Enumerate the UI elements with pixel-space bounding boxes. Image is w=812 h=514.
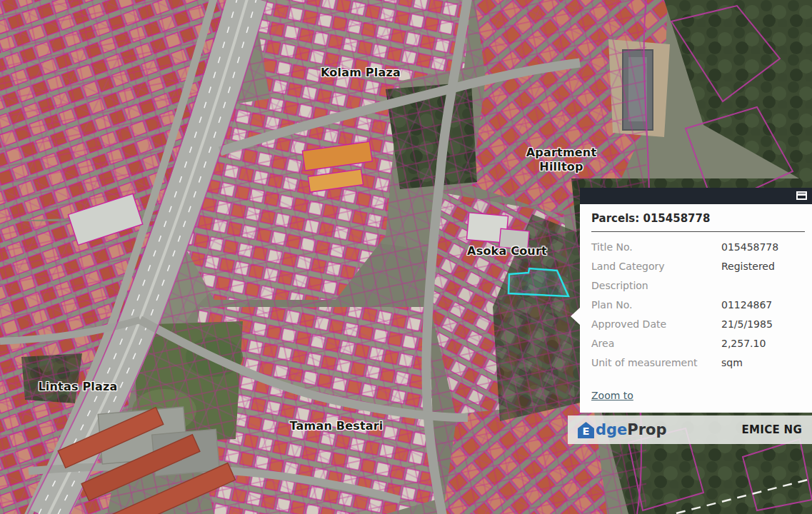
parcel-info-popup: Parcels: 015458778 Title No. 015458778 L… <box>580 188 812 413</box>
field-row-description: Description <box>591 276 805 296</box>
field-row-unit: Unit of measurement sqm <box>591 353 805 373</box>
zoom-to-link[interactable]: Zoom to <box>591 390 633 401</box>
popup-body: Parcels: 015458778 Title No. 015458778 L… <box>580 204 812 413</box>
logo-text-blue: dge <box>596 423 627 438</box>
dock-window-icon[interactable] <box>796 191 807 200</box>
map-viewport: Kolam Plaza Apartment Hilltop Asoka Cour… <box>0 0 812 514</box>
field-row-plan-no: Plan No. 01124867 <box>591 296 805 315</box>
attribution-bar: E dgeProp EMICE NG <box>568 415 812 444</box>
svg-text:E: E <box>583 424 590 436</box>
logo-text-dark: Prop <box>627 423 666 438</box>
popup-title: Parcels: 015458778 <box>591 212 805 232</box>
popup-header <box>580 188 812 204</box>
field-row-area: Area 2,257.10 <box>591 334 805 353</box>
popup-callout-arrow <box>571 307 581 326</box>
field-row-land-category: Land Category Registered <box>591 257 805 276</box>
logged-in-user: EMICE NG <box>742 423 803 436</box>
edgeprop-house-icon: E <box>577 421 595 439</box>
field-row-title-no: Title No. 015458778 <box>591 238 805 257</box>
edgeprop-logo: E dgeProp <box>577 421 667 439</box>
parcel-fields: Title No. 015458778 Land Category Regist… <box>591 238 805 373</box>
field-row-approved-date: Approved Date 21/5/1985 <box>591 315 805 334</box>
